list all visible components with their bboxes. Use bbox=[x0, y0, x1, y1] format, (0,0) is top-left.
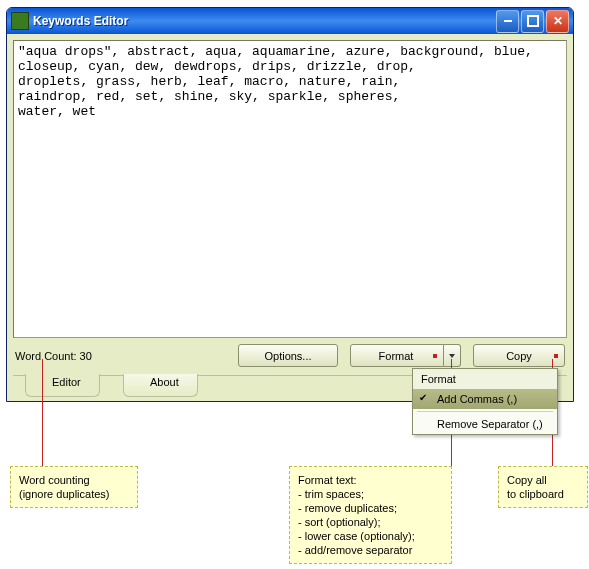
client-area: "aqua drops", abstract, aqua, aquamarine… bbox=[7, 34, 573, 401]
callout-line bbox=[42, 359, 43, 466]
options-button[interactable]: Options... bbox=[238, 344, 338, 367]
callout-copy: Copy all to clipboard bbox=[498, 466, 588, 508]
leader-dot-icon bbox=[554, 354, 558, 358]
menu-item-add-commas[interactable]: Add Commas (,) bbox=[413, 389, 557, 409]
menu-separator bbox=[417, 411, 553, 412]
tab-about[interactable]: About bbox=[123, 374, 198, 397]
leader-dot-icon bbox=[433, 354, 437, 358]
tab-editor-label: Editor bbox=[52, 376, 81, 388]
tab-editor[interactable]: Editor bbox=[25, 374, 100, 397]
minimize-button[interactable] bbox=[496, 10, 519, 33]
format-menu: Format Add Commas (,) Remove Separator (… bbox=[412, 368, 558, 435]
options-button-label: Options... bbox=[264, 350, 311, 362]
callout-format: Format text: - trim spaces; - remove dup… bbox=[289, 466, 452, 564]
keywords-textarea[interactable]: "aqua drops", abstract, aqua, aquamarine… bbox=[13, 40, 567, 338]
format-button-label: Format bbox=[379, 350, 414, 362]
format-button[interactable]: Format bbox=[350, 344, 444, 367]
word-count-label: Word Count: 30 bbox=[13, 350, 92, 362]
titlebar: Keywords Editor bbox=[7, 8, 573, 34]
menu-item-remove-separator[interactable]: Remove Separator (,) bbox=[413, 414, 557, 434]
menu-item-add-commas-label: Add Commas (,) bbox=[437, 393, 517, 405]
copy-button-label: Copy bbox=[506, 350, 532, 362]
window-controls bbox=[496, 10, 569, 33]
tab-about-label: About bbox=[150, 376, 179, 388]
callout-wordcount: Word counting (ignore duplicates) bbox=[10, 466, 138, 508]
menu-item-remove-separator-label: Remove Separator (,) bbox=[437, 418, 543, 430]
status-bar: Word Count: 30 Options... Format Copy bbox=[13, 344, 567, 368]
chevron-down-icon bbox=[449, 354, 455, 358]
app-window: Keywords Editor "aqua drops", abstract, … bbox=[6, 7, 574, 402]
action-buttons: Options... Format Copy bbox=[238, 344, 565, 367]
window-title: Keywords Editor bbox=[33, 14, 496, 28]
format-split-button: Format bbox=[350, 344, 461, 367]
format-menu-header: Format bbox=[413, 369, 557, 389]
maximize-button[interactable] bbox=[521, 10, 544, 33]
format-dropdown-toggle[interactable] bbox=[444, 344, 461, 367]
close-button[interactable] bbox=[546, 10, 569, 33]
app-icon bbox=[11, 12, 29, 30]
